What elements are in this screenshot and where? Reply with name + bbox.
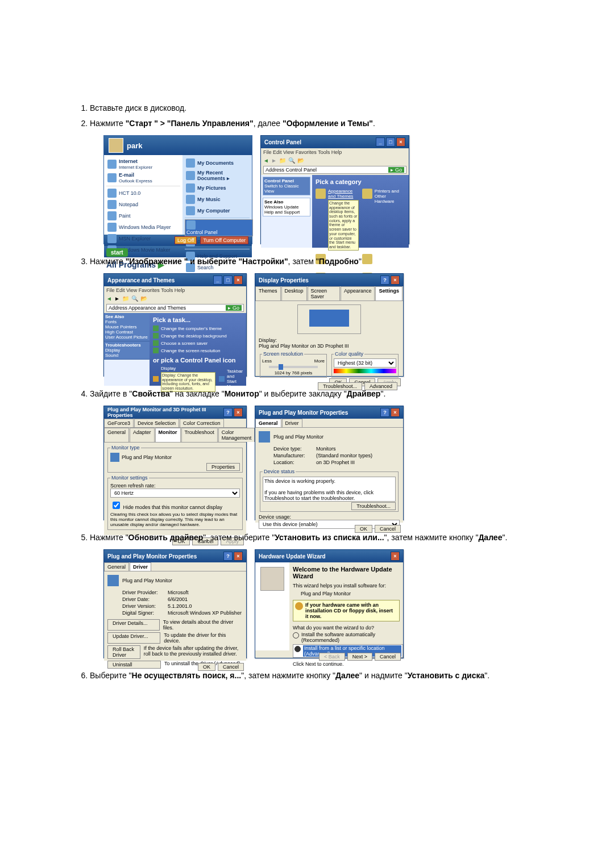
close-button[interactable]: × xyxy=(391,408,400,417)
ts-sound-link[interactable]: Sound xyxy=(105,353,118,358)
menubar[interactable]: File Edit View Favorites Tools Help xyxy=(261,148,409,156)
up-button[interactable]: 📁 xyxy=(122,295,129,302)
troubleshoot-button[interactable]: Troubleshoot... xyxy=(318,382,362,390)
cancel-button[interactable]: Cancel xyxy=(375,653,401,661)
toolbar: ◄ ► 📁 🔍 📂 xyxy=(261,156,409,165)
maximize-button[interactable]: □ xyxy=(223,276,233,285)
task-resolution[interactable]: Change the screen resolution xyxy=(153,348,243,353)
contrast-link[interactable]: High Contrast xyxy=(105,329,133,335)
help-button[interactable]: ? xyxy=(223,408,233,417)
tab-desktop[interactable]: Desktop xyxy=(281,286,307,301)
start-item-mydocs[interactable]: My Documents xyxy=(185,157,250,169)
search-button[interactable]: 🔍 xyxy=(131,295,138,302)
ts-display-link[interactable]: Display xyxy=(105,348,120,353)
back-button[interactable]: < Back xyxy=(319,653,345,661)
menubar[interactable]: File Edit View Favorites Tools Help xyxy=(104,286,246,294)
start-item-mymusic[interactable]: My Music xyxy=(185,194,250,205)
winupdate-link[interactable]: Windows Update xyxy=(264,205,298,210)
tooltip: Change the appearance of desktop items, … xyxy=(328,200,359,251)
advanced-button[interactable]: Advanced xyxy=(364,382,397,390)
tab-geforce3[interactable]: GeForce3 xyxy=(104,419,134,427)
close-button[interactable]: × xyxy=(391,276,400,285)
start-item-paint[interactable]: Paint xyxy=(106,210,180,222)
controlpanel-icon xyxy=(186,220,196,229)
start-item-wmp[interactable]: Windows Media Player xyxy=(106,222,180,233)
start-item-msn[interactable]: MSN Explorer xyxy=(106,233,180,244)
rollback-driver-button[interactable]: Roll Back Driver xyxy=(107,645,140,659)
forward-button[interactable]: ► xyxy=(271,157,277,164)
folders-button[interactable]: 📂 xyxy=(140,295,147,302)
start-item-mypics[interactable]: My Pictures xyxy=(185,182,250,194)
tab-colorcorr[interactable]: Color Correction xyxy=(180,419,224,427)
start-item-notepad[interactable]: Notepad xyxy=(106,199,180,210)
maximize-button[interactable]: □ xyxy=(386,137,395,147)
update-driver-button[interactable]: Update Driver... xyxy=(107,632,160,644)
tab-general[interactable]: General xyxy=(104,428,129,442)
tab-driver[interactable]: Driver xyxy=(282,419,302,427)
fonts-link[interactable]: Fonts xyxy=(105,319,117,324)
tab-settings[interactable]: Settings xyxy=(375,286,403,301)
close-button[interactable]: × xyxy=(391,552,400,561)
next-button[interactable]: Next > xyxy=(347,653,372,661)
tab-screensaver[interactable]: Screen Saver xyxy=(308,286,340,301)
colorq-select[interactable]: Highest (32 bit) xyxy=(334,358,396,368)
back-button[interactable]: ◄ xyxy=(263,157,269,164)
help-button[interactable]: ? xyxy=(223,552,233,561)
cat-printers[interactable]: Printers and Other Hardware xyxy=(362,189,405,251)
troubleshoot-button[interactable]: Troubleshoot... xyxy=(351,502,396,510)
back-button[interactable]: ◄ xyxy=(106,295,112,302)
cat-users[interactable]: User Accounts xyxy=(362,254,405,269)
help-button[interactable]: ? xyxy=(380,408,389,417)
appearance-themes-window: Appearance and Themes _□× File Edit View… xyxy=(103,273,247,377)
hide-modes-checkbox[interactable] xyxy=(113,502,120,509)
folders-button[interactable]: 📂 xyxy=(297,157,304,164)
help-button[interactable]: ? xyxy=(380,276,389,285)
start-item-email[interactable]: E-mailOutlook Express xyxy=(106,171,180,185)
address-bar[interactable]: Address Control Panel▸ Go xyxy=(263,166,406,174)
minimize-button[interactable]: _ xyxy=(376,137,385,147)
tab-general[interactable]: General xyxy=(104,562,129,571)
tab-adapter[interactable]: Adapter xyxy=(130,428,155,442)
pnp-monitor-properties-window: Plug and Play Monitor Properties ?× Gene… xyxy=(255,406,404,520)
driver-details-button[interactable]: Driver Details... xyxy=(107,619,160,631)
radio-auto[interactable]: Install the software automatically (Reco… xyxy=(293,632,400,643)
task-theme[interactable]: Change the computer's theme xyxy=(153,326,243,331)
logoff-button[interactable]: Log Off xyxy=(175,236,197,244)
close-button[interactable]: × xyxy=(234,276,243,285)
tab-general[interactable]: General xyxy=(255,419,281,427)
close-button[interactable]: × xyxy=(234,408,243,417)
start-item-recent[interactable]: My Recent Documents ▸ xyxy=(185,169,250,182)
minimize-button[interactable]: _ xyxy=(213,276,222,285)
refresh-select[interactable]: 60 Hertz xyxy=(110,489,240,498)
start-item-internet[interactable]: InternetInternet Explorer xyxy=(106,157,180,171)
tab-devsel[interactable]: Device Selection xyxy=(134,419,179,427)
cat-appearance[interactable]: Appearance and ThemesChange the appearan… xyxy=(316,189,359,251)
start-item-hct[interactable]: HCT 10.0 xyxy=(106,187,180,199)
tab-troubleshoot[interactable]: Troubleshoot xyxy=(181,428,218,442)
uninstall-button[interactable]: Uninstall xyxy=(107,661,161,669)
go-button[interactable]: ▸ Go xyxy=(226,305,242,311)
task-background[interactable]: Change the desktop background xyxy=(153,333,243,339)
resolution-slider[interactable] xyxy=(269,366,318,368)
forward-button[interactable]: ► xyxy=(114,295,120,302)
tab-driver[interactable]: Driver xyxy=(130,562,151,571)
start-item-mycomp[interactable]: My Computer xyxy=(185,205,250,216)
start-item-controlpanel[interactable]: Control Panel xyxy=(185,219,253,236)
close-button[interactable]: × xyxy=(396,137,405,147)
tab-themes[interactable]: Themes xyxy=(255,286,281,301)
close-button[interactable]: × xyxy=(234,552,243,561)
go-button[interactable]: ▸ Go xyxy=(388,167,404,173)
properties-button[interactable]: Properties xyxy=(206,463,240,471)
switch-classic-link[interactable]: Switch to Classic View xyxy=(264,183,298,194)
tab-colormgmt[interactable]: Color Management xyxy=(218,428,255,442)
turnoff-button[interactable]: Turn Off Computer xyxy=(200,236,248,244)
help-link[interactable]: Help and Support xyxy=(264,210,300,215)
search-button[interactable]: 🔍 xyxy=(288,157,295,164)
up-button[interactable]: 📁 xyxy=(279,157,286,164)
step-2: Нажмите "Старт " > "Панель Управления", … xyxy=(90,118,540,130)
mouse-link[interactable]: Mouse Pointers xyxy=(105,324,137,329)
acctpic-link[interactable]: User Account Picture xyxy=(105,335,148,340)
task-screensaver[interactable]: Choose a screen saver xyxy=(153,340,243,346)
tab-monitor[interactable]: Monitor xyxy=(155,428,181,442)
tab-appearance[interactable]: Appearance xyxy=(341,286,375,301)
